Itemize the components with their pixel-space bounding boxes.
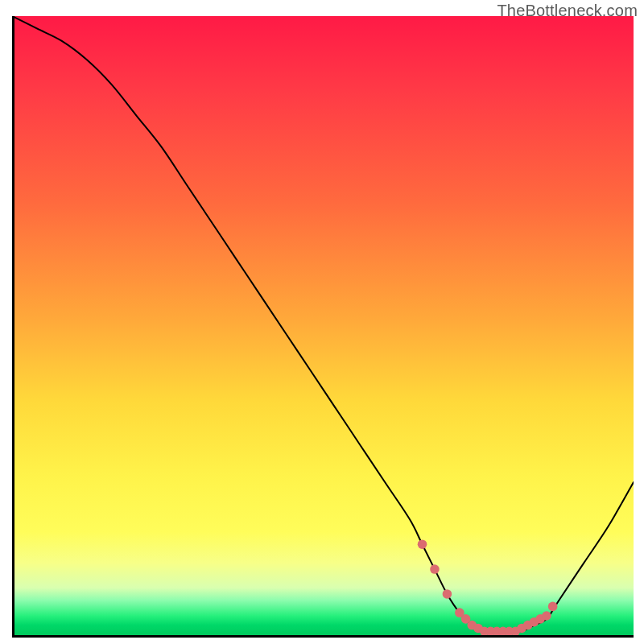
- chart-frame: TheBottleneck.com: [0, 0, 644, 644]
- gradient-background: [12, 16, 634, 638]
- plot-area: [12, 16, 634, 638]
